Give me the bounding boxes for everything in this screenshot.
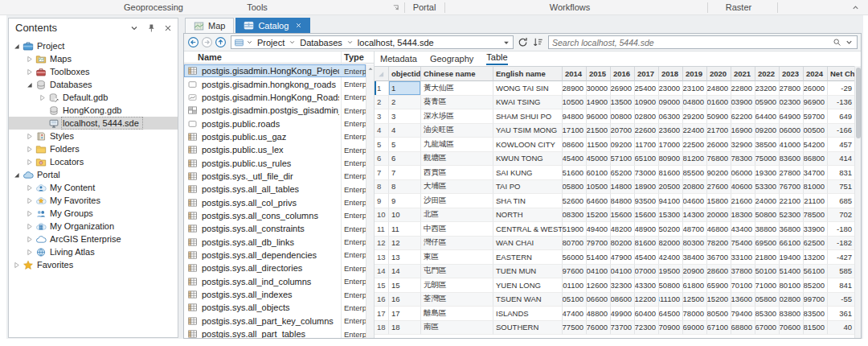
column-header-2015[interactable]: 2015 (587, 67, 611, 81)
list-item[interactable]: postgis.sys.all_part_tablesEnterprise (184, 327, 366, 338)
cell-year-2021[interactable]: 175400 (731, 237, 755, 251)
cell-year-2021[interactable]: 721600 (731, 194, 755, 208)
cell-english-name[interactable]: TSUEN WAN (493, 293, 563, 307)
cell-year-2015[interactable]: 306600 (587, 293, 611, 307)
cell-english-name[interactable]: CENTRAL & WESTERN (493, 222, 563, 237)
tree-item-databases[interactable]: Databases (9, 78, 178, 91)
cell-net-change[interactable]: 702 (828, 208, 854, 223)
cell-year-2018[interactable]: 315300 (659, 208, 683, 223)
cell-year-2024[interactable]: 686800 (804, 152, 828, 167)
cell-year-2014[interactable]: 497600 (563, 265, 587, 279)
cell-year-2020[interactable]: 424800 (707, 81, 731, 96)
list-item[interactable]: postgis.public.us_gazEnterprise (184, 130, 366, 143)
breadcrumb-project[interactable]: Project (254, 38, 288, 47)
cell-year-2015[interactable]: 504100 (587, 265, 611, 279)
cell-year-2014[interactable]: 317100 (563, 124, 587, 138)
cell-chinese-name[interactable]: 北區 (421, 208, 493, 223)
cell-year-2014[interactable]: 180700 (563, 237, 587, 251)
cell-year-2022[interactable]: 519300 (755, 166, 780, 180)
cell-chinese-name[interactable]: 離島區 (421, 307, 493, 321)
tree-item-toolboxes[interactable]: Toolboxes (9, 65, 178, 78)
cell-year-2024[interactable]: 299700 (804, 293, 828, 307)
row-number[interactable]: 3 (375, 109, 389, 124)
cell-year-2020[interactable]: 321700 (707, 124, 731, 138)
cell-year-2014[interactable]: 308300 (563, 208, 587, 223)
cell-year-2014[interactable]: 408600 (563, 138, 587, 152)
cell-year-2023[interactable]: 183800 (780, 307, 804, 321)
tree-item-living-atlas[interactable]: Living Atlas (9, 245, 178, 258)
list-item[interactable]: postgis.sys.all_dependenciesEnterprise (184, 249, 366, 262)
cell-net-change[interactable]: -29 (828, 81, 854, 96)
cell-objectid[interactable]: 4 (389, 124, 421, 138)
cell-year-2024[interactable]: 496900 (804, 96, 828, 110)
cell-year-2024[interactable]: 534700 (804, 166, 828, 180)
cell-year-2016[interactable]: 513500 (611, 96, 635, 110)
cell-chinese-name[interactable]: 大埔區 (421, 180, 493, 195)
cell-year-2019[interactable]: 504800 (683, 96, 707, 110)
cell-year-2024[interactable]: 426000 (804, 81, 828, 96)
table-scrollbar[interactable] (854, 66, 861, 338)
expand-arrow-icon[interactable] (25, 222, 34, 231)
cell-objectid[interactable]: 11 (389, 222, 421, 237)
cell-objectid[interactable]: 7 (389, 166, 421, 180)
expand-arrow-icon[interactable] (25, 248, 34, 257)
cell-year-2023[interactable]: 680100 (780, 278, 804, 293)
row-number[interactable]: 14 (375, 265, 389, 279)
cell-year-2016[interactable]: 149900 (611, 307, 635, 321)
cell-year-2023[interactable]: 306000 (780, 124, 804, 138)
cell-year-2021[interactable]: 533100 (731, 250, 755, 265)
cell-year-2014[interactable]: 251900 (563, 222, 587, 237)
cell-year-2019[interactable]: 704600 (683, 194, 707, 208)
column-header-2014[interactable]: 2014 (563, 67, 587, 81)
cell-year-2019[interactable]: 520900 (683, 265, 707, 279)
cell-year-2023[interactable]: 683600 (780, 152, 804, 167)
up-button[interactable] (215, 36, 227, 48)
cell-year-2024[interactable]: 162500 (804, 237, 828, 251)
preview-tab-metadata[interactable]: Metadata (380, 54, 417, 65)
cell-chinese-name[interactable]: 油尖旺區 (421, 124, 493, 138)
row-number[interactable]: 8 (375, 180, 389, 195)
cell-english-name[interactable]: NORTH (493, 208, 563, 223)
cell-year-2016[interactable]: 273700 (611, 321, 635, 336)
refresh-button[interactable] (517, 36, 529, 48)
cell-chinese-name[interactable]: 觀塘區 (421, 152, 493, 167)
list-item[interactable]: postgis.sys._utl_file_dirEnterprise (184, 170, 366, 183)
cell-year-2017[interactable]: 272300 (635, 321, 659, 336)
cell-year-2014[interactable]: 147400 (563, 307, 587, 321)
cell-english-name[interactable]: WONG TAI SIN (493, 81, 563, 96)
cell-net-change[interactable]: 414 (828, 152, 854, 167)
cell-year-2016[interactable]: 426900 (611, 81, 635, 96)
cell-year-2018[interactable]: 650800 (659, 278, 683, 293)
list-item[interactable]: postgis.sys.all_directoriesEnterprise (184, 262, 366, 274)
row-number[interactable]: 7 (375, 166, 389, 180)
list-scrollbar[interactable] (366, 64, 374, 338)
tree-item-hongkong-gdb[interactable]: HongKong.gdb (9, 104, 178, 117)
cell-net-change[interactable]: 585 (828, 265, 854, 279)
close-pane-icon[interactable] (163, 23, 173, 33)
cell-year-2019[interactable]: 538400 (683, 250, 707, 265)
cell-year-2017[interactable]: 425400 (635, 81, 659, 96)
cell-english-name[interactable]: YAU TSIM MONG (493, 124, 563, 138)
cell-year-2015[interactable]: 514900 (587, 96, 611, 110)
cell-year-2017[interactable]: 643300 (635, 278, 659, 293)
list-item[interactable]: postgis.gisadmin.HongKong_ProjectedPop..… (184, 64, 366, 77)
cell-year-2021[interactable]: 243400 (731, 222, 755, 237)
cell-year-2017[interactable]: 160400 (635, 307, 659, 321)
cell-year-2018[interactable]: 509000 (659, 96, 683, 110)
search-icon[interactable] (833, 38, 841, 47)
cell-year-2020[interactable]: 315200 (707, 293, 731, 307)
cell-year-2022[interactable]: 267000 (755, 321, 780, 336)
cell-year-2020[interactable]: 715800 (707, 194, 731, 208)
cell-year-2018[interactable]: 182000 (659, 237, 683, 251)
cell-year-2021[interactable]: 506000 (731, 166, 755, 180)
cell-year-2015[interactable]: 664600 (587, 194, 611, 208)
column-header-type[interactable]: Type (344, 52, 364, 62)
cell-net-change[interactable]: -427 (828, 250, 854, 265)
cell-year-2022[interactable]: 438500 (755, 138, 780, 152)
cell-chinese-name[interactable]: 中西區 (421, 222, 493, 237)
cell-year-2014[interactable]: 556000 (563, 250, 587, 265)
cell-year-2018[interactable]: 519500 (659, 265, 683, 279)
tree-item-folders[interactable]: Folders (9, 142, 178, 155)
collapse-arrow-icon[interactable] (25, 80, 34, 89)
column-header-net-chan[interactable]: Net Chan (828, 67, 854, 81)
